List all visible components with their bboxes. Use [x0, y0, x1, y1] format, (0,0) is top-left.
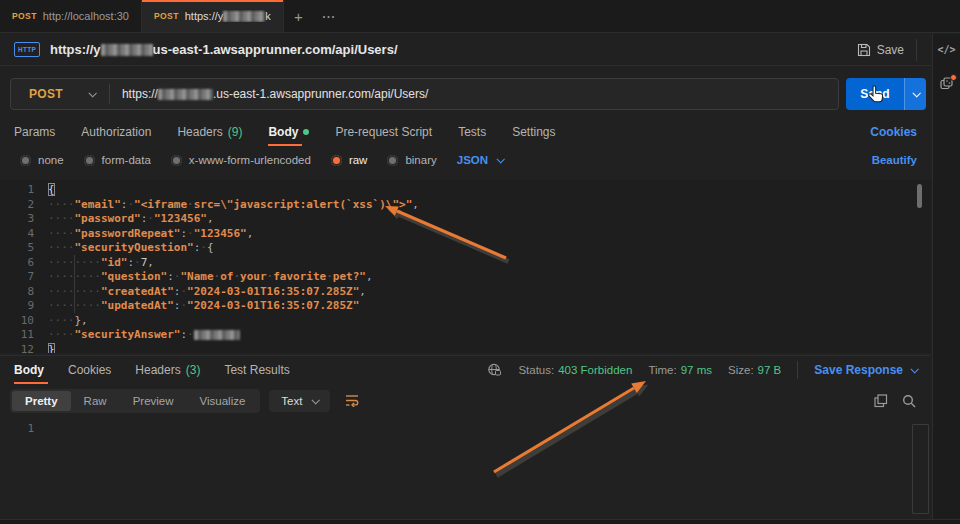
save-label: Save	[877, 43, 904, 57]
code-line: 4····"passwordRepeat":·"123456",	[0, 227, 931, 242]
tab-authorization[interactable]: Authorization	[81, 118, 151, 145]
tab-body[interactable]: Body	[268, 118, 309, 145]
view-preview[interactable]: Preview	[120, 391, 187, 411]
radio-icon	[387, 155, 398, 166]
response-tool-icons	[874, 394, 926, 408]
new-tab-button[interactable]: +	[284, 0, 313, 32]
globe-lock-icon	[487, 362, 502, 377]
divider	[916, 39, 917, 61]
response-tabs: Body Cookies Headers(3) Test Results Sta…	[0, 355, 931, 383]
request-tabs: Params Authorization Headers(9) Body Pre…	[0, 118, 931, 145]
http-method-icon: HTTP	[14, 42, 40, 57]
request-tab-apprunner[interactable]: POST https://yk.us-ea	[142, 0, 284, 32]
method-dropdown[interactable]: POST	[11, 87, 109, 101]
redacted-hostname	[101, 44, 153, 56]
send-button-group: Send	[846, 78, 926, 110]
cookies-link[interactable]: Cookies	[870, 125, 917, 139]
chevron-down-icon	[912, 89, 920, 97]
request-tab-url: https://yk.us-ea	[185, 10, 271, 23]
code-line: 5····"securityQuestion":·{	[0, 241, 931, 256]
copy-icon[interactable]	[874, 394, 888, 408]
response-scrollbar-track[interactable]	[912, 424, 929, 514]
response-body-lines: 1	[0, 422, 931, 437]
chevron-down-icon	[312, 396, 320, 404]
send-options-button[interactable]	[904, 78, 926, 110]
send-button[interactable]: Send	[846, 78, 904, 110]
editor-scrollbar[interactable]	[917, 184, 922, 208]
save-button[interactable]: Save	[849, 39, 912, 61]
body-type-options: none form-data x-www-form-urlencoded raw…	[0, 149, 931, 171]
wrap-text-button[interactable]	[339, 391, 366, 410]
response-tab-cookies[interactable]: Cookies	[68, 356, 111, 383]
radio-icon	[84, 155, 95, 166]
response-tab-test-results[interactable]: Test Results	[224, 356, 289, 383]
redacted-hostname	[223, 11, 265, 22]
cookies-panel-icon[interactable]	[940, 77, 953, 90]
request-header: HTTP https://yus-east-1.awsapprunner.com…	[0, 34, 931, 66]
request-tab-localhost[interactable]: POST http://localhost:3000/ap	[0, 0, 142, 32]
time-value: 97 ms	[681, 364, 712, 376]
right-sidebar: </>	[932, 34, 960, 524]
view-mode-group: Pretty Raw Preview Visualize	[10, 389, 260, 413]
divider	[797, 361, 798, 379]
view-raw[interactable]: Raw	[71, 391, 120, 411]
code-line: 7········"question":·"Name·of·your·favor…	[0, 270, 931, 285]
beautify-link[interactable]: Beautify	[872, 154, 917, 166]
time-field: Time:97 ms	[648, 364, 712, 376]
tab-options-button[interactable]: •••	[313, 0, 346, 32]
notification-dot	[950, 74, 957, 81]
tab-settings[interactable]: Settings	[512, 118, 555, 145]
radio-raw[interactable]: raw	[331, 154, 368, 166]
radio-form-data[interactable]: form-data	[84, 154, 151, 166]
status-value: 403 Forbidden	[558, 364, 632, 376]
url-input[interactable]: https://.us-east-1.awsapprunner.com/api/…	[122, 87, 428, 101]
status-field: Status:403 Forbidden	[518, 364, 632, 376]
code-line: 11····"securityAnswer":·	[0, 328, 931, 343]
save-response-button[interactable]: Save Response	[814, 363, 917, 377]
chevron-down-icon	[88, 89, 96, 97]
code-line: 6········"id":·7,	[0, 256, 931, 271]
radio-none[interactable]: none	[20, 154, 64, 166]
request-editor-lines: 1{2····"email":·"<iframe·src=\"javascrip…	[0, 183, 931, 353]
radio-icon	[20, 155, 31, 166]
format-dropdown[interactable]: JSON	[457, 154, 503, 166]
response-meta: Status:403 Forbidden Time:97 ms Size:97 …	[487, 361, 917, 379]
size-field: Size:97 B	[728, 364, 781, 376]
method-label: POST	[29, 87, 63, 101]
divider	[109, 84, 110, 104]
window-bottom-strip	[0, 519, 960, 524]
response-tab-body[interactable]: Body	[14, 356, 44, 383]
view-pretty[interactable]: Pretty	[12, 391, 71, 411]
request-title: https://yus-east-1.awsapprunner.com/api/…	[50, 42, 398, 57]
url-input-box: POST https://.us-east-1.awsapprunner.com…	[10, 78, 839, 110]
code-line: 1	[0, 422, 931, 437]
request-method-badge: POST	[12, 11, 37, 21]
response-format-dropdown[interactable]: Text	[269, 390, 330, 412]
code-line: 2····"email":·"<iframe·src=\"javascript:…	[0, 198, 931, 213]
chevron-down-icon	[910, 365, 918, 373]
indent-guide	[74, 255, 75, 313]
code-line: 3····"password":·"123456",	[0, 212, 931, 227]
code-line: 8········"createdAt":·"2024-03-01T16:35:…	[0, 285, 931, 300]
search-icon[interactable]	[902, 394, 916, 408]
tab-headers[interactable]: Headers(9)	[177, 118, 242, 145]
tab-tests[interactable]: Tests	[458, 118, 486, 145]
redacted-hostname	[158, 89, 213, 100]
response-body[interactable]: 1	[0, 415, 931, 519]
request-body-editor[interactable]: 1{2····"email":·"<iframe·src=\"javascrip…	[0, 180, 931, 353]
response-tab-headers[interactable]: Headers(3)	[135, 356, 200, 383]
tab-pre-request-script[interactable]: Pre-request Script	[335, 118, 432, 145]
headers-count: (9)	[228, 125, 243, 139]
view-visualize[interactable]: Visualize	[187, 391, 259, 411]
url-bar: POST https://.us-east-1.awsapprunner.com…	[10, 78, 926, 110]
radio-x-www-form-urlencoded[interactable]: x-www-form-urlencoded	[171, 154, 311, 166]
floppy-disk-icon	[857, 43, 871, 57]
tab-params[interactable]: Params	[14, 118, 55, 145]
code-line: 9········"updatedAt":·"2024-03-01T16:35:…	[0, 299, 931, 314]
code-line: 12}	[0, 343, 931, 354]
radio-binary[interactable]: binary	[387, 154, 436, 166]
chevron-down-icon	[497, 155, 505, 163]
code-snippet-icon[interactable]: </>	[937, 44, 955, 55]
radio-icon	[171, 155, 182, 166]
radio-icon-selected	[331, 155, 342, 166]
